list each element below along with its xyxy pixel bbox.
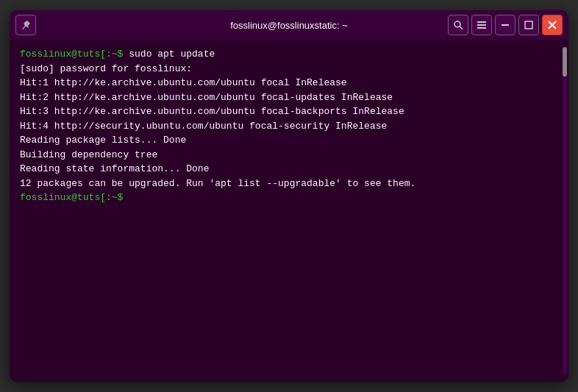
- output-hit4: Hit:4 http://security.ubuntu.com/ubuntu …: [20, 121, 387, 132]
- menu-button[interactable]: [471, 15, 492, 35]
- maximize-button[interactable]: [518, 15, 539, 35]
- output-state: Reading state information... Done: [20, 163, 209, 174]
- close-button[interactable]: [542, 15, 563, 35]
- prompt-2: fosslinux@tuts[:~$: [20, 192, 123, 203]
- window-title: fosslinux@fosslinuxstatic: ~: [230, 20, 348, 31]
- minimize-button[interactable]: [495, 15, 515, 35]
- svg-rect-5: [502, 24, 509, 26]
- svg-rect-4: [477, 27, 486, 29]
- output-building: Building dependency tree: [20, 149, 157, 160]
- scrollbar[interactable]: [563, 47, 567, 374]
- command-1: sudo apt update: [123, 49, 215, 60]
- svg-line-1: [460, 26, 463, 29]
- output-sudo: [sudo] password for fosslinux:: [20, 63, 192, 74]
- output-packages: 12 packages can be upgraded. Run 'apt li…: [20, 178, 415, 189]
- terminal-output: fosslinux@tuts[:~$ sudo apt update [sudo…: [20, 47, 558, 205]
- titlebar-controls: [448, 15, 563, 35]
- titlebar-left: [15, 15, 36, 35]
- terminal-window: fosslinux@fosslinuxstatic: ~: [10, 10, 568, 382]
- output-hit1: Hit:1 http://ke.archive.ubuntu.com/ubunt…: [20, 77, 347, 88]
- titlebar: fosslinux@fosslinuxstatic: ~: [10, 10, 568, 40]
- svg-rect-6: [525, 21, 532, 29]
- search-button[interactable]: [448, 15, 468, 35]
- svg-rect-3: [477, 24, 486, 26]
- svg-point-0: [454, 21, 460, 27]
- terminal-body[interactable]: fosslinux@tuts[:~$ sudo apt update [sudo…: [10, 40, 568, 382]
- prompt-1: fosslinux@tuts[:~$: [20, 49, 123, 60]
- scrollbar-thumb[interactable]: [563, 47, 567, 76]
- svg-rect-2: [477, 21, 486, 23]
- output-reading: Reading package lists... Done: [20, 135, 186, 146]
- pin-button[interactable]: [15, 15, 36, 35]
- output-hit3: Hit:3 http://ke.archive.ubuntu.com/ubunt…: [20, 106, 404, 117]
- output-hit2: Hit:2 http://ke.archive.ubuntu.com/ubunt…: [20, 92, 393, 103]
